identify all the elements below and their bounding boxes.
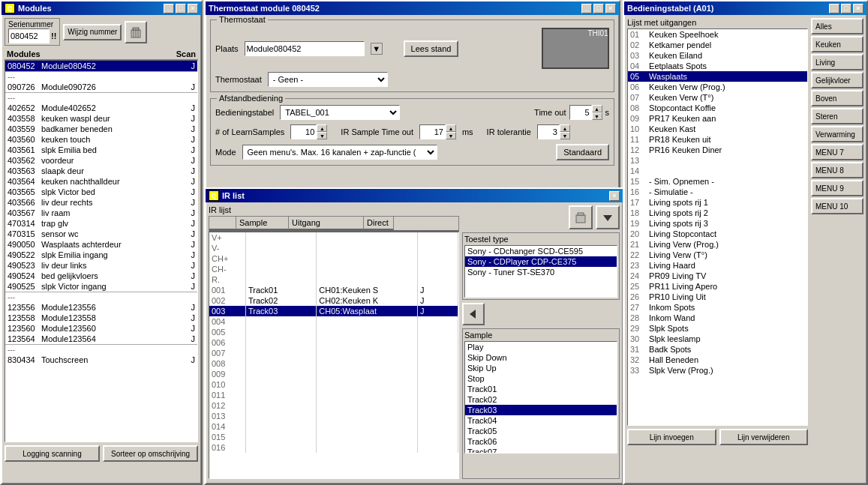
list-item[interactable]: 07 Keuken Verw (T°) [628,92,807,103]
list-item[interactable]: 03 Keuken Eiland [628,50,807,61]
lijn-verwijderen-btn[interactable]: Lijn verwijderen [719,429,809,445]
table-row[interactable]: 006 [209,337,458,348]
ir-timeout-up-btn[interactable]: ▲ [446,124,456,132]
list-item[interactable]: 11 PR18 Keuken uit [628,134,807,145]
list-item[interactable]: 090726Module090726J [5,82,197,92]
table-row[interactable]: V- [209,243,458,253]
list-item[interactable]: 10 Keuken Kast [628,124,807,134]
list-item[interactable]: Skip Down [465,352,617,363]
bed-close-btn[interactable]: × [853,4,863,13]
serial-input[interactable] [8,28,50,43]
table-row[interactable]: 001Track01CH01:Keuken SJ [209,285,458,295]
table-row[interactable]: R. [209,274,458,285]
uitgangen-listbox[interactable]: 01 Keuken Speelhoek02 Ketkamer pendel03 … [627,28,808,426]
ir-timeout-down-btn[interactable]: ▼ [446,132,456,139]
list-item[interactable]: 490050Wasplaats achterdeurJ [5,239,197,250]
list-item[interactable]: Sony - Tuner ST-SE370 [465,267,617,277]
list-item[interactable]: 403562voordeurJ [5,155,197,166]
list-item[interactable]: 29 Slpk Spots [628,323,807,334]
plaats-input[interactable] [245,41,365,56]
table-row[interactable]: 007 [209,348,458,358]
therm-close-btn[interactable]: × [605,4,616,13]
list-item[interactable]: 123556Module123556J [5,302,197,313]
list-item[interactable]: 123558Module123558J [5,313,197,323]
table-row[interactable]: V+ [209,232,458,243]
list-item[interactable]: 09 PR17 Keuken aan [628,113,807,124]
modules-maximize-btn[interactable]: □ [176,4,186,13]
mode-select[interactable]: Geen menu's. Max. 16 kanalen + zap-funct… [242,145,437,160]
table-row[interactable]: 004 [209,316,458,327]
list-item[interactable]: 21 Living Verw (Prog.) [628,239,807,250]
list-item[interactable]: 15 - Sim. Opnemen - [628,176,807,187]
list-item[interactable]: Track03 [465,405,617,415]
list-item[interactable]: 27 Inkom Spots [628,302,807,313]
list-item[interactable]: 18 Living spots rij 2 [628,208,807,218]
filter-btn[interactable]: Keuken [811,36,863,52]
table-row[interactable]: 009 [209,369,458,379]
list-item[interactable]: Stop [465,373,617,384]
table-row[interactable]: 002Track02CH02:Keuken KJ [209,295,458,306]
list-item[interactable]: 470314trap glvJ [5,218,197,229]
list-item[interactable]: Track01 [465,384,617,394]
timeout-up-btn[interactable]: ▲ [592,105,602,112]
logging-btn[interactable]: Logging scanning [5,445,100,462]
list-item[interactable]: 20 Living Stopcontact [628,229,807,239]
list-item[interactable]: 470315sensor wcJ [5,229,197,239]
list-item[interactable]: 490525slpk Victor ingangJ [5,281,197,292]
filter-btn[interactable]: Boven [811,90,863,106]
list-item[interactable]: Track04 [465,415,617,426]
plaats-browse-btn[interactable]: ▼ [371,43,383,55]
bedieningstabel-select[interactable]: TABEL_001 [280,105,400,120]
list-item[interactable]: Skip Up [465,363,617,373]
modules-close-btn[interactable]: × [188,4,198,13]
timeout-down-btn[interactable]: ▼ [592,112,602,120]
list-item[interactable]: 16 - Simulatie - [628,187,807,197]
filter-btn[interactable]: Verwarming [811,126,863,142]
filter-btn[interactable]: MENU 8 [811,162,863,178]
list-item[interactable]: 06 Keuken Verw (Prog.) [628,82,807,92]
modules-listbox[interactable]: 080452Module080452J---090726Module090726… [5,60,198,442]
list-item[interactable]: 14 [628,166,807,176]
list-item[interactable]: 123564Module123564J [5,334,197,344]
list-item[interactable]: 31 Badk Spots [628,344,807,355]
therm-maximize-btn[interactable]: □ [593,4,604,13]
list-item[interactable]: 403565slpk Victor bedJ [5,187,197,197]
list-item[interactable]: Track02 [465,394,617,405]
table-row[interactable]: 010 [209,379,458,390]
list-item[interactable]: 01 Keuken Speelhoek [628,29,807,40]
list-item[interactable]: 25 PR11 Living Apero [628,281,807,292]
list-item[interactable]: 490523liv deur linksJ [5,260,197,271]
filter-btn[interactable]: Living [811,54,863,70]
sorteer-btn[interactable]: Sorteer op omschrijving [103,445,198,462]
list-item[interactable]: Track05 [465,426,617,436]
thermostaat-select[interactable]: - Geen - [268,72,388,87]
table-row[interactable]: 011 [209,390,458,400]
toestel-type-list[interactable]: Sony - CDchanger SCD-CE595Sony - CDPlaye… [464,245,617,298]
lees-stand-btn[interactable]: Lees stand [404,40,459,57]
filter-btn[interactable]: Gelijkvloer [811,72,863,88]
list-item[interactable]: Track07 [465,447,617,454]
table-row[interactable]: CH- [209,264,458,274]
list-item[interactable]: 403563slaapk deurJ [5,166,197,176]
list-item[interactable]: 26 PR10 Living Uit [628,292,807,302]
filter-btn[interactable]: MENU 7 [811,144,863,160]
list-item[interactable]: 403564keuken nachthalldeurJ [5,176,197,187]
list-item[interactable]: 33 Slpk Verw (Prog.) [628,365,807,376]
list-item[interactable]: 32 Hall Beneden [628,355,807,365]
list-item[interactable]: 30 Slpk leeslamp [628,334,807,344]
table-row[interactable]: 005 [209,327,458,337]
ir-timeout-input[interactable] [419,124,446,139]
left-arrow-btn[interactable] [462,303,485,325]
table-row[interactable]: CH+ [209,253,458,264]
list-item[interactable]: 08 Stopcontact Koffie [628,103,807,113]
list-item[interactable]: 13 [628,155,807,166]
list-item[interactable]: 490524bed gelijkvloersJ [5,271,197,281]
list-item[interactable]: 24 PR09 Living TV [628,271,807,281]
filter-btn[interactable]: MENU 10 [811,198,863,214]
list-item[interactable]: 403560keuken touchJ [5,134,197,145]
list-item[interactable]: 403558keuken waspl deurJ [5,113,197,124]
standaard-btn[interactable]: Standaard [556,144,609,160]
list-item[interactable]: Track06 [465,436,617,447]
list-item[interactable]: 02 Ketkamer pendel [628,40,807,50]
list-item[interactable]: 403566liv deur rechtsJ [5,197,197,208]
